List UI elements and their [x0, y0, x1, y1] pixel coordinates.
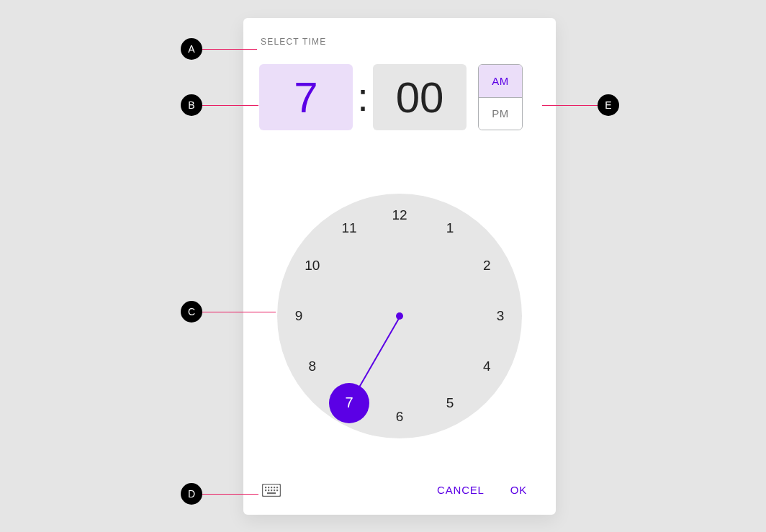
clock-hour-6[interactable]: 6	[384, 401, 415, 433]
cancel-button[interactable]: CANCEL	[434, 479, 487, 500]
leader-line	[202, 49, 257, 50]
time-colon: :	[353, 77, 373, 117]
annotation-badge: C	[181, 301, 202, 323]
svg-rect-3	[271, 487, 272, 488]
clock-container: 121234567891011	[259, 156, 540, 475]
clock-hour-7[interactable]: 7	[329, 383, 369, 423]
annotation-badge: E	[598, 94, 619, 116]
ok-button[interactable]: OK	[508, 479, 530, 500]
svg-rect-1	[265, 487, 266, 488]
clock-face[interactable]: 121234567891011	[277, 194, 522, 438]
ampm-toggle: AM PM	[478, 64, 523, 130]
callout-c: C	[181, 301, 276, 323]
keyboard-icon[interactable]	[262, 484, 281, 497]
action-buttons: CANCEL OK	[434, 479, 530, 500]
callout-e: E	[542, 94, 619, 116]
leader-line	[542, 105, 598, 106]
svg-rect-4	[274, 487, 275, 488]
annotation-badge: A	[181, 38, 202, 60]
time-display-row: 7 : 00 AM PM	[259, 64, 540, 130]
annotation-badge: B	[181, 94, 202, 116]
leader-line	[202, 312, 276, 312]
pm-button[interactable]: PM	[479, 98, 522, 130]
minute-selector[interactable]: 00	[373, 64, 467, 130]
dialog-title: SELECT TIME	[261, 37, 540, 47]
svg-rect-8	[271, 490, 272, 491]
clock-hour-11[interactable]: 11	[333, 212, 365, 244]
leader-line	[202, 494, 258, 495]
clock-hour-2[interactable]: 2	[471, 250, 503, 281]
hour-selector[interactable]: 7	[259, 64, 353, 130]
clock-hour-8[interactable]: 8	[297, 351, 328, 382]
dialog-footer: CANCEL OK	[259, 475, 540, 503]
svg-rect-2	[268, 487, 269, 488]
clock-hour-12[interactable]: 12	[384, 199, 415, 231]
svg-rect-9	[274, 490, 275, 491]
callout-a: A	[181, 38, 257, 60]
clock-center-dot	[396, 312, 403, 320]
callout-d: D	[181, 483, 258, 505]
clock-hour-5[interactable]: 5	[434, 387, 466, 419]
am-button[interactable]: AM	[479, 65, 522, 98]
svg-rect-7	[268, 490, 269, 491]
svg-rect-5	[276, 487, 278, 488]
clock-hour-1[interactable]: 1	[434, 212, 466, 244]
clock-hour-4[interactable]: 4	[471, 351, 503, 382]
annotation-badge: D	[181, 483, 202, 505]
svg-rect-11	[267, 492, 276, 494]
svg-rect-6	[265, 490, 266, 491]
callout-b: B	[181, 94, 258, 116]
time-picker-dialog: SELECT TIME 7 : 00 AM PM 121234567891011	[243, 18, 556, 515]
clock-hour-10[interactable]: 10	[297, 250, 328, 281]
clock-hour-3[interactable]: 3	[485, 300, 516, 332]
svg-rect-10	[276, 490, 278, 491]
leader-line	[202, 105, 258, 106]
clock-hour-9[interactable]: 9	[283, 300, 315, 332]
